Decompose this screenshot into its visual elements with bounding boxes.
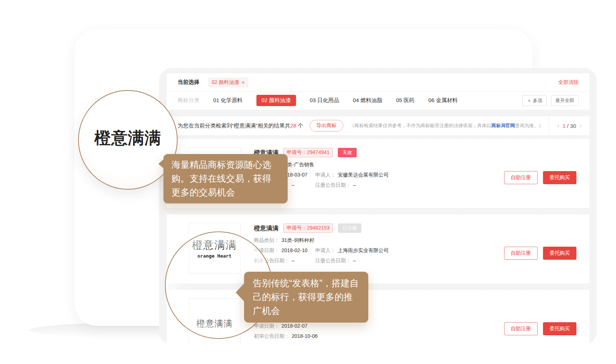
category-label: 商品类别：: [254, 237, 279, 243]
promo-screenshot: 当前选择 02 颜料油漆 × 全部清除 商标分类 01 化学原料 02 颜料油漆…: [0, 0, 616, 364]
disclaimer-post: 查询为准。）: [515, 123, 543, 128]
current-page: 1: [563, 123, 566, 129]
reg-pub-value: –: [353, 258, 356, 263]
first-pub-value: 2018-10-06: [292, 333, 318, 339]
date-label: 申请日期：: [254, 323, 279, 329]
category-item-02-selected[interactable]: 02 颜料油漆: [256, 95, 296, 106]
self-register-button[interactable]: 自助注册: [504, 171, 538, 184]
close-icon[interactable]: ×: [242, 80, 244, 85]
tooltip-text: 海量精品商标资源随心选购。支持在线交易，获得更多的交易机会: [171, 159, 271, 197]
self-register-button[interactable]: 自助注册: [504, 322, 538, 335]
entrusted-buy-button[interactable]: 委托购买: [543, 322, 576, 335]
date-value: 2018-02-07: [281, 323, 308, 329]
next-page-icon[interactable]: ›: [579, 122, 581, 129]
tooltip-bubble: 告别传统“发表格”，搭建自己的标行，获得更多的推广机会: [244, 272, 368, 323]
category-item-05[interactable]: 05 医药: [396, 97, 414, 104]
prev-page-icon[interactable]: ‹: [557, 122, 559, 129]
applicant-label: 申请人：: [315, 247, 336, 253]
total-pages: / 30: [567, 123, 576, 129]
category-item-04[interactable]: 04 燃料油脂: [353, 97, 382, 104]
application-number-chip: 申请号：29482153: [283, 223, 333, 233]
reg-pub-value: –: [353, 182, 356, 188]
application-number-label: 申请号：: [287, 225, 307, 231]
first-pub-label: 初审公告日期：: [254, 333, 289, 339]
applicant-label: 申请人：: [315, 172, 336, 178]
selected-filter-tag[interactable]: 02 颜料油漆 ×: [208, 77, 248, 88]
tooltip-bubble: 海量精品商标资源随心选购。支持在线交易，获得更多的交易机会: [163, 154, 288, 203]
applicant-value: 安徽美达会展有限公司: [338, 172, 389, 178]
date-value: 2018-02-10: [281, 247, 308, 253]
clear-all-link[interactable]: 全部清除: [558, 79, 579, 86]
tooltip-arrow-icon: [158, 159, 164, 169]
self-register-button[interactable]: 自助注册: [504, 247, 538, 260]
expand-all-button[interactable]: 展开全部: [551, 95, 579, 106]
disclaimer-pre: （商标检索结果仅供参考，不作为商标能否注册的法律依据；具体以: [350, 123, 491, 128]
current-selection-label: 当前选择: [178, 79, 199, 86]
application-number-chip: 申请号：29474941: [283, 148, 333, 157]
results-summary: 为您在当前分类检索到“橙意满满”相关的结果共28 个: [178, 122, 303, 129]
category-item-03[interactable]: 03 日化用品: [310, 97, 339, 104]
results-count-unit: 个: [296, 122, 303, 129]
filter-card: 当前选择 02 颜料油漆 × 全部清除 商标分类 01 化学原料 02 颜料油漆…: [167, 73, 589, 110]
multi-select-button[interactable]: ＋ 多选: [522, 95, 547, 106]
trademark-office-link[interactable]: 商标局官网: [491, 123, 515, 128]
first-pub-value: –: [292, 182, 295, 188]
first-pub-value: –: [292, 258, 295, 263]
application-number-value: 29482153: [307, 225, 329, 231]
applicant-value: 上海雨步实业有限公司: [338, 247, 389, 253]
results-summary-text: 为您在当前分类检索到“橙意满满”相关的结果共: [178, 122, 290, 129]
tooltip-text: 告别传统“发表格”，搭建自己的标行，获得更多的推广机会: [253, 278, 359, 316]
magnifier-circle: 橙意满满: [78, 90, 178, 190]
trademark-name: 橙意满满: [254, 224, 279, 232]
disclaimer-text: （商标检索结果仅供参考，不作为商标能否注册的法律依据；具体以商标局官网查询为准。…: [350, 122, 543, 129]
current-selection-row: 当前选择 02 颜料油漆 × 全部清除: [167, 73, 589, 92]
results-header: 为您在当前分类检索到“橙意满满”相关的结果共28 个 导出商标 （商标检索结果仅…: [167, 116, 589, 135]
tooltip-arrow-icon: [236, 283, 245, 302]
category-item-06[interactable]: 06 金属材料: [428, 97, 458, 104]
category-item-01[interactable]: 01 化学原料: [213, 97, 243, 104]
category-value: 31类-饲料种籽: [281, 237, 314, 243]
export-trademarks-button[interactable]: 导出商标: [310, 120, 343, 132]
pagination: ‹ 1 / 30 ›: [549, 116, 589, 135]
category-row-label: 商标分类: [178, 97, 199, 104]
category-row: 商标分类 01 化学原料 02 颜料油漆 03 日化用品 04 燃料油脂 05 …: [167, 92, 589, 109]
application-number-label: 申请号：: [287, 149, 307, 155]
reg-pub-label: 注册公告日期：: [315, 182, 351, 188]
status-badge: 无效: [338, 148, 357, 157]
status-badge: 已注册: [338, 223, 361, 233]
reg-pub-label: 注册公告日期：: [315, 258, 351, 263]
entrusted-buy-button[interactable]: 委托购买: [543, 247, 576, 260]
magnified-trademark-text: 橙意满满: [94, 127, 161, 149]
selected-filter-tag-label: 02 颜料油漆: [212, 79, 239, 86]
results-count: 28: [290, 122, 296, 129]
entrusted-buy-button[interactable]: 委托购买: [543, 171, 576, 184]
application-number-value: 29474941: [307, 149, 329, 155]
